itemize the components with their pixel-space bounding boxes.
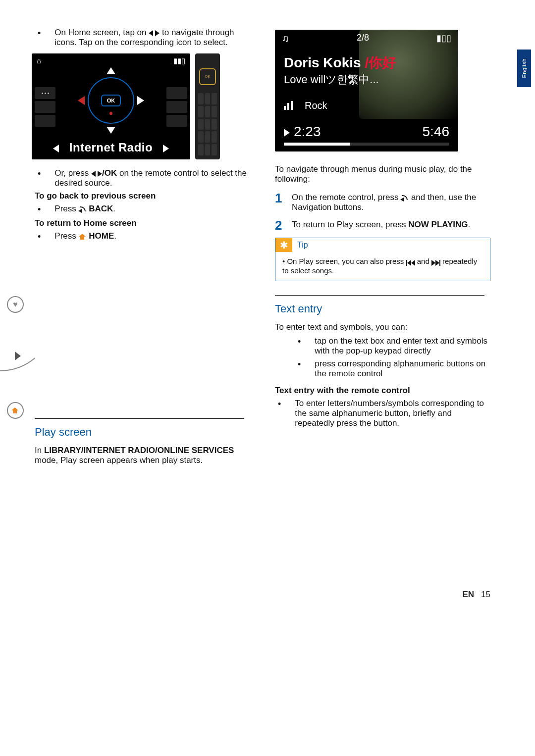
nav-arrows-icon <box>91 168 102 178</box>
sub-heading: To return to Home screen <box>35 218 250 228</box>
page-footer: EN15 <box>462 590 490 600</box>
play-screen-screenshot: ♫ 2/8 ▮▯▯ Doris Kokis /你好 Love willツ한繁中.… <box>275 30 458 151</box>
play-icon <box>284 129 290 137</box>
signal-icon: ▮▮▯ <box>173 56 185 65</box>
nav-left-icon <box>53 145 59 152</box>
ok-dpad-icon: OK <box>79 68 143 133</box>
divider <box>275 295 484 296</box>
paragraph: To navigate through menus during music p… <box>275 164 490 184</box>
instruction-item: tap on the text box and enter text and s… <box>278 336 490 356</box>
home-icon <box>79 234 86 240</box>
nav-arrows-icon <box>149 28 160 38</box>
favorite-icon: ♥ <box>7 296 24 313</box>
progress-bar <box>284 143 449 146</box>
nav-right-icon <box>163 145 169 152</box>
device-screenshot-home: ⌂ ▮▮▯ OK Internet Radio OK <box>32 53 250 159</box>
equalizer-icon <box>284 101 293 110</box>
signal-icon: ▮▯▯ <box>436 33 451 44</box>
dial-illustration: ♥ <box>0 292 35 421</box>
sub-heading: Text entry with the remote control <box>275 386 490 396</box>
genre-label: Rock <box>305 100 327 111</box>
home-icon: ⌂ <box>37 56 41 65</box>
section-heading: Play screen <box>35 426 250 439</box>
track-counter: 2/8 <box>357 33 369 44</box>
track-subtitle: Love willツ한繁中... <box>284 72 379 87</box>
total-time: 5:46 <box>423 124 450 140</box>
instruction-item: Press HOME. <box>38 231 250 243</box>
left-column: On Home screen, tap on to navigate throu… <box>15 28 250 465</box>
paragraph: To enter text and symbols, you can: <box>275 322 490 332</box>
instruction-item: On Home screen, tap on to navigate throu… <box>38 28 250 48</box>
elapsed-time: 2:23 <box>294 124 321 139</box>
sub-heading: To go back to previous screen <box>35 191 250 201</box>
prev-track-icon <box>406 258 415 266</box>
tip-label: Tip <box>292 238 313 252</box>
back-icon <box>79 206 87 213</box>
page-content: On Home screen, tap on to navigate throu… <box>0 0 535 485</box>
paragraph: In LIBRARY/INTERNET RADIO/ONLINE SERVICE… <box>35 446 250 465</box>
home-icon <box>7 402 24 419</box>
device-screen: ⌂ ▮▮▯ OK Internet Radio <box>32 53 190 159</box>
screen-title: Internet Radio <box>69 141 153 154</box>
next-track-icon <box>431 258 440 266</box>
ok-button-label: OK <box>101 95 121 106</box>
instruction-item: Or, press /OK on the remote control to s… <box>38 168 250 188</box>
instruction-item: Press BACK. <box>38 204 250 215</box>
section-heading: Text entry <box>275 302 490 315</box>
tip-box: ✱ Tip On Play screen, you can also press… <box>275 238 490 281</box>
step-item: 2 To return to Play screen, press NOW PL… <box>275 218 490 232</box>
play-icon <box>15 352 21 360</box>
back-icon <box>401 195 409 202</box>
right-column: ♫ 2/8 ▮▯▯ Doris Kokis /你好 Love willツ한繁中.… <box>270 28 520 465</box>
divider <box>35 418 244 419</box>
remote-illustration: OK <box>195 53 220 159</box>
tip-star-icon: ✱ <box>275 238 292 252</box>
music-note-icon: ♫ <box>282 33 289 44</box>
tip-item: On Play screen, you can also press and r… <box>282 257 483 275</box>
step-item: 1 On the remote control, press and then,… <box>275 191 490 212</box>
language-tab: English <box>517 50 531 87</box>
instruction-item: press corresponding alphanumeric buttons… <box>278 359 490 379</box>
instruction-item: To enter letters/numbers/symbols corresp… <box>278 399 490 428</box>
